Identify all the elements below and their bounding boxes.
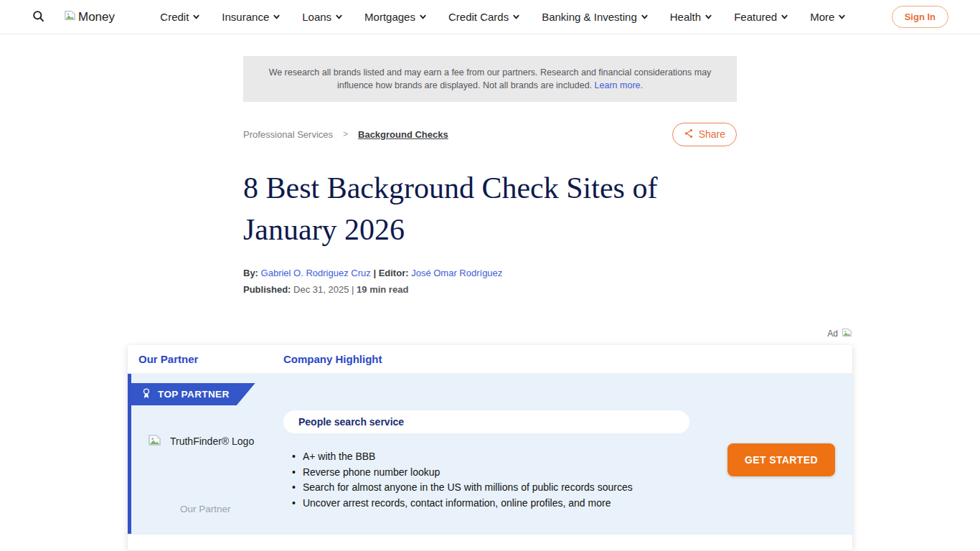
site-logo[interactable]: Money [64, 10, 115, 24]
partner-row-truthfinder: TOP PARTNER [128, 374, 852, 534]
sign-in-button[interactable]: Sign In [892, 6, 948, 28]
company-highlight-cell: People search service A+ with the BBB Re… [283, 410, 710, 511]
highlight-bullet: Uncover arrest records, contact informat… [292, 496, 710, 512]
nav-item-featured[interactable]: Featured [734, 11, 788, 23]
chevron-down-icon [781, 11, 788, 23]
highlight-bullet: Reverse phone number lookup [292, 465, 710, 481]
cta-cell: GET STARTED [710, 410, 852, 511]
highlight-bullet: Search for almost anyone in the US with … [292, 480, 710, 496]
editor-label: Editor: [379, 268, 409, 278]
highlight-bullet: A+ with the BBB [292, 449, 710, 465]
nav-item-credit[interactable]: Credit [160, 11, 200, 23]
breadcrumb-parent[interactable]: Professional Services [243, 129, 333, 140]
byline: By: Gabriel O. Rodriguez Cruz | Editor: … [243, 268, 737, 278]
highlight-category-pill: People search service [283, 410, 689, 433]
chevron-down-icon [705, 11, 712, 23]
read-time: 19 min read [357, 284, 408, 295]
nav-item-credit-cards[interactable]: Credit Cards [448, 11, 520, 23]
broken-image-icon [64, 10, 76, 24]
nav-item-banking-investing[interactable]: Banking & Investing [542, 11, 649, 23]
partner-logo: TruthFinder® Logo [148, 434, 283, 448]
partner-logo-cell: TruthFinder® Logo [131, 410, 283, 511]
page-title: 8 Best Background Check Sites of January… [243, 167, 745, 250]
ad-label-row: Ad [128, 328, 852, 339]
logo-alt-text: Money [78, 10, 115, 24]
chevron-down-icon [273, 11, 281, 23]
chevron-down-icon [838, 11, 846, 23]
column-header-our-partner: Our Partner [128, 353, 283, 365]
published-separator: | [352, 284, 354, 295]
partner-table: Our Partner Company Highlight TOP PARTNE… [128, 345, 852, 550]
breadcrumb-current[interactable]: Background Checks [358, 129, 448, 140]
nav-item-insurance[interactable]: Insurance [222, 11, 281, 23]
published-date: Dec 31, 2025 [293, 284, 349, 295]
search-button[interactable] [32, 9, 45, 25]
get-started-button[interactable]: GET STARTED [727, 443, 835, 476]
ad-label: Ad [827, 329, 838, 339]
nav-item-loans[interactable]: Loans [302, 11, 343, 23]
next-row-partial [128, 534, 852, 550]
breadcrumb-separator: > [343, 129, 348, 139]
partner-logo-alt-text: TruthFinder® Logo [170, 435, 254, 447]
author-link[interactable]: Gabriel O. Rodriguez Cruz [261, 268, 371, 278]
disclaimer-text: We research all brands listed and may ea… [269, 67, 712, 90]
top-partner-badge: TOP PARTNER [131, 383, 255, 405]
by-label: By: [243, 268, 258, 278]
highlight-bullet-list: A+ with the BBB Reverse phone number loo… [292, 449, 710, 511]
disclaimer-banner: We research all brands listed and may ea… [243, 56, 737, 102]
main-nav: Credit Insurance Loans Mortgages Credit … [160, 11, 846, 23]
column-header-company-highlight: Company Highlight [283, 353, 382, 365]
chevron-down-icon [419, 11, 427, 23]
broken-image-icon [842, 328, 852, 339]
share-label: Share [699, 128, 725, 140]
search-icon [32, 9, 45, 25]
medal-icon [141, 387, 151, 402]
nav-item-mortgages[interactable]: Mortgages [364, 11, 427, 23]
chevron-down-icon [192, 11, 200, 23]
partner-table-header: Our Partner Company Highlight [128, 345, 852, 374]
learn-more-link[interactable]: Learn more. [595, 80, 643, 90]
main-content: We research all brands listed and may ea… [0, 56, 980, 550]
breadcrumb: Professional Services > Background Check… [243, 129, 448, 140]
byline-separator: | [373, 268, 376, 278]
published-line: Published: Dec 31, 2025 | 19 min read [243, 284, 737, 295]
share-icon [684, 128, 694, 141]
chevron-down-icon [512, 11, 520, 23]
top-partner-label: TOP PARTNER [158, 389, 230, 400]
nav-item-health[interactable]: Health [670, 11, 712, 23]
editor-link[interactable]: José Omar Rodríguez [411, 268, 502, 278]
chevron-down-icon [335, 11, 343, 23]
share-button[interactable]: Share [672, 123, 737, 146]
partner-caption: Our Partner [180, 504, 231, 514]
nav-item-more[interactable]: More [810, 11, 846, 23]
site-header: Money Credit Insurance Loans Mortgages C… [0, 0, 980, 34]
broken-image-icon [148, 434, 161, 448]
published-label: Published: [243, 284, 291, 295]
chevron-down-icon [641, 11, 649, 23]
